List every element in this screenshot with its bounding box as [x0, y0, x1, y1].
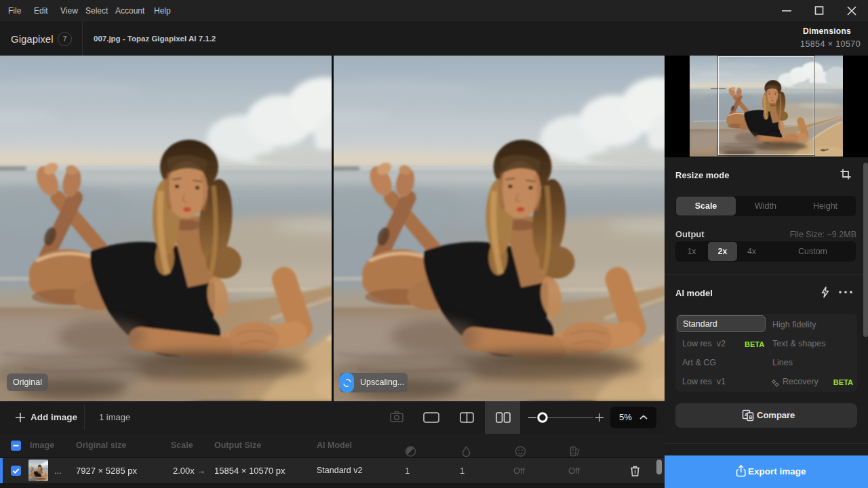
svg-text:A: A [745, 412, 748, 417]
svg-text:B: B [749, 415, 753, 420]
